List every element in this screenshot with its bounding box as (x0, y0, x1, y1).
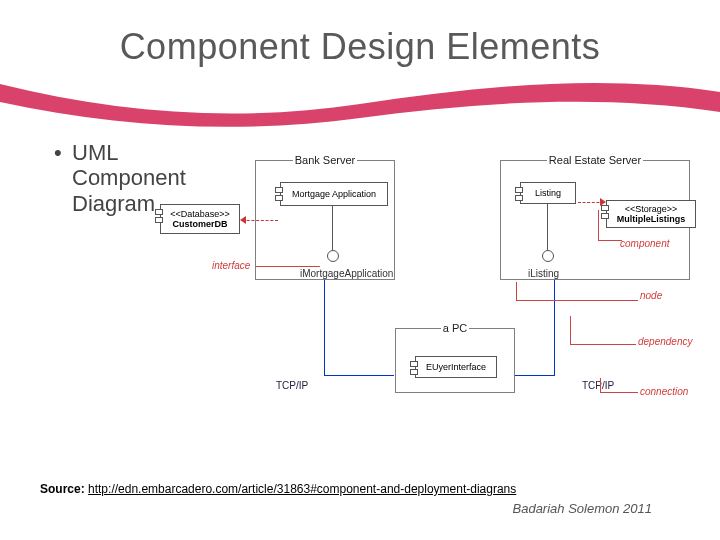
annotation-component: component (620, 238, 669, 249)
page-title: Component Design Elements (0, 26, 720, 68)
header-wave (0, 74, 720, 134)
annotation-line (598, 210, 599, 240)
annotation-line (598, 240, 622, 241)
component-euyer-interface: EUyerInterface (415, 356, 497, 378)
component-customer-db: <<Database>>CustomerDB (160, 204, 240, 234)
connection-label-tcpip: TCP/IP (582, 380, 614, 391)
lollipop-icon (542, 250, 554, 262)
annotation-line (516, 300, 638, 301)
annotation-dependency: dependency (638, 336, 693, 347)
connection-line (515, 280, 555, 376)
bullet-text-2: Component (54, 165, 186, 190)
component-listing: Listing (520, 182, 576, 204)
connection-line (324, 280, 394, 376)
interface-label-mortgage: iMortgageApplication (300, 268, 393, 279)
interface-stem-mortgage (332, 206, 333, 250)
lollipop-icon (327, 250, 339, 262)
annotation-line (570, 344, 636, 345)
interface-stem-listing (547, 204, 548, 250)
source-link[interactable]: http://edn.embarcadero.com/article/31863… (88, 482, 516, 496)
annotation-line (516, 282, 517, 300)
annotation-node: node (640, 290, 662, 301)
component-multiple-listings: <<Storage>>MultipleListings (606, 200, 696, 228)
uml-component-diagram: Bank Server Real Estate Server a PC <<Da… (200, 160, 700, 440)
component-mortgage-application: Mortgage Application (280, 182, 388, 206)
credit-text: Badariah Solemon 2011 (513, 501, 653, 516)
dependency-line (242, 220, 278, 221)
source-citation: Source: http://edn.embarcadero.com/artic… (40, 482, 516, 496)
arrow-icon (240, 216, 246, 224)
annotation-line (600, 392, 638, 393)
annotation-connection: connection (640, 386, 688, 397)
annotation-interface: interface (212, 260, 250, 271)
connection-label-tcpip: TCP/IP (276, 380, 308, 391)
interface-label-listing: iListing (528, 268, 559, 279)
annotation-line (570, 316, 571, 344)
annotation-line (256, 266, 320, 267)
annotation-line (600, 378, 601, 392)
arrow-icon (600, 198, 606, 206)
bullet-text-1: UML (72, 140, 118, 165)
